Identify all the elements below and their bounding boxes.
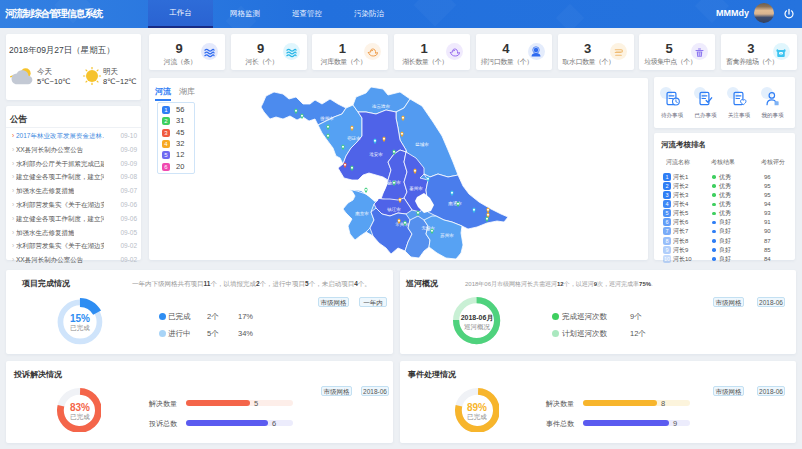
svg-text:连云港市: 连云港市 [372,104,391,109]
svg-text:苏州市: 苏州市 [440,233,454,238]
svg-text:南京市: 南京市 [355,211,369,216]
svg-text:淮安市: 淮安市 [369,152,383,157]
svg-text:泰州市: 泰州市 [409,186,423,191]
svg-text:宿迁市: 宿迁市 [347,136,361,141]
svg-text:南通市: 南通市 [448,200,462,206]
svg-text:镇江市: 镇江市 [386,207,401,212]
svg-text:盐城市: 盐城市 [415,142,429,147]
svg-text:常州市: 常州市 [395,222,409,227]
